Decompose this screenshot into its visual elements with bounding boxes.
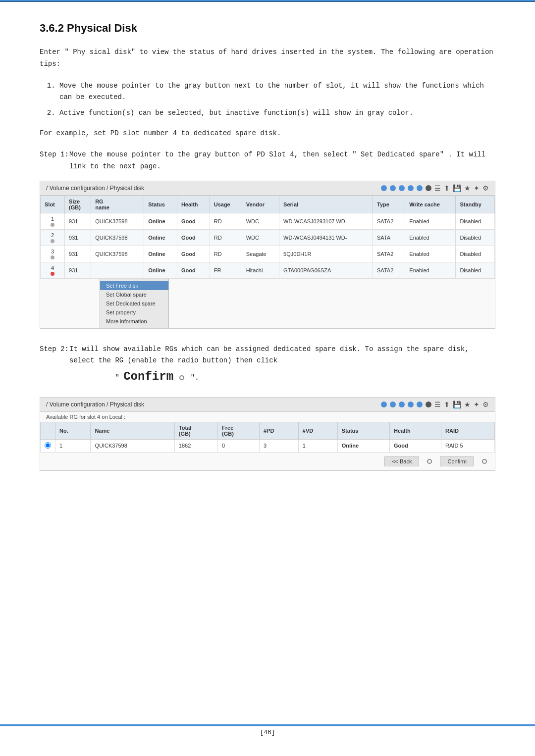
status-cell-1: Online [144, 213, 177, 229]
rg-header-row: No. Name Total(GB) Free(GB) #PD #VD Stat… [41, 422, 495, 439]
rg-icon-1 [381, 402, 387, 407]
rg-star-icon[interactable]: ★ [464, 401, 471, 408]
disk-row-3: 3 931 QUICK37598 Online Good RD Seagate … [41, 246, 495, 262]
write-cache-cell-1: Enabled [405, 213, 456, 229]
buttons-row: << Back Confirm [40, 453, 495, 470]
step1-label: Step 1: [40, 149, 69, 173]
tip-1: Move the mouse pointer to the gray butto… [59, 80, 495, 104]
rg-upload-icon[interactable]: ⬆ [444, 401, 450, 408]
type-cell-3: SATA2 [373, 246, 405, 262]
rg-panel: / Volume configuration / Physical disk ☰… [40, 397, 495, 471]
rg-close-icon[interactable]: ⚙ [482, 401, 489, 408]
type-cell-4: SATA2 [373, 262, 405, 278]
rg-status-cell-1: Online [337, 439, 389, 452]
col-slot: Slot [41, 196, 65, 213]
content-area: 3.6.2 Physical Disk Enter " Phy sical di… [0, 2, 535, 510]
vendor-cell-3: Seagate [242, 246, 279, 262]
step2-label: Step 2: [40, 344, 69, 387]
intro-text: Enter " Phy sical disk" to view the stat… [40, 47, 495, 70]
step1: Step 1: Move the mouse pointer to the gr… [40, 149, 495, 173]
slot-cell-3: 3 [41, 246, 65, 262]
rg-radio-1[interactable] [45, 442, 51, 449]
col-usage: Usage [210, 196, 242, 213]
status-cell-4: Online [144, 262, 177, 278]
save-icon[interactable]: 💾 [453, 184, 461, 192]
rg-settings-icon[interactable]: ✦ [474, 401, 480, 408]
context-menu[interactable]: Set Free disk Set Global spare Set Dedic… [100, 279, 169, 328]
rg-no-cell-1: 1 [55, 439, 91, 452]
menu-icon[interactable]: ☰ [434, 184, 441, 192]
serial-cell-4: GTA000PAG06SZA [279, 262, 373, 278]
rg-panel-icons: ☰ ⬆ 💾 ★ ✦ ⚙ [381, 401, 489, 408]
serial-cell-3: 5QJ0DH1R [279, 246, 373, 262]
col-status: Status [144, 196, 177, 213]
rg-cell-4 [91, 262, 144, 278]
rg-cell-3: QUICK37598 [91, 246, 144, 262]
rg-icon-6 [426, 402, 431, 407]
panel1-title: / Volume configuration / Physical disk [46, 185, 144, 192]
rg-col-no: No. [55, 422, 91, 439]
rg-raid-cell-1: RAID 5 [441, 439, 495, 452]
standby-cell-2: Disabled [456, 229, 495, 246]
rg-total-cell-1: 1862 [174, 439, 217, 452]
step2-text1: It will show available RGs which can be … [69, 345, 469, 365]
icon-circle-6 [426, 185, 431, 191]
upload-icon[interactable]: ⬆ [444, 184, 450, 192]
vendor-cell-1: WDC [242, 213, 279, 229]
menu-item-set-global[interactable]: Set Global spare [100, 290, 168, 299]
col-standby: Standby [456, 196, 495, 213]
usage-cell-2: RD [210, 229, 242, 246]
settings-icon[interactable]: ✦ [474, 184, 480, 192]
radio-back[interactable] [427, 459, 432, 464]
rg-col-health: Health [390, 422, 441, 439]
icon-circle-4 [408, 185, 414, 191]
confirm-button[interactable]: Confirm [440, 456, 474, 466]
usage-cell-4: FR [210, 262, 242, 278]
menu-item-set-free[interactable]: Set Free disk [100, 281, 168, 290]
step2: Step 2: It will show available RGs which… [40, 344, 495, 387]
size-cell-3: 931 [65, 246, 91, 262]
tips-list: Move the mouse pointer to the gray butto… [59, 80, 495, 119]
size-cell-2: 931 [65, 229, 91, 246]
disk-table-body: 1 931 QUICK37598 Online Good RD WDC WD-W… [41, 213, 495, 278]
type-cell-1: SATA2 [373, 213, 405, 229]
rg-icon-4 [408, 402, 414, 407]
rg-col-name: Name [91, 422, 174, 439]
page-container: 3.6.2 Physical Disk Enter " Phy sical di… [0, 0, 535, 756]
serial-cell-1: WD-WCASJ0293107 WD- [279, 213, 373, 229]
health-cell-2: Good [177, 229, 210, 246]
back-button[interactable]: << Back [384, 456, 419, 466]
star-icon[interactable]: ★ [464, 184, 471, 192]
physical-disk-panel-1: / Volume configuration / Physical disk ☰… [40, 181, 495, 329]
context-menu-spacer [40, 279, 100, 328]
col-vendor: Vendor [242, 196, 279, 213]
icon-circle-2 [390, 185, 396, 191]
vendor-cell-2: WDC [242, 229, 279, 246]
col-type: Type [373, 196, 405, 213]
disk-table-header-row: Slot Size(GB) RGname Status Health Usage… [41, 196, 495, 213]
disk-row-2: 2 931 QUICK37598 Online Good RD WDC WD-W… [41, 229, 495, 246]
rg-menu-icon[interactable]: ☰ [434, 401, 441, 408]
write-cache-cell-4: Enabled [405, 262, 456, 278]
menu-item-set-dedicated[interactable]: Set Dedicated spare [100, 299, 168, 308]
step1-content: Move the mouse pointer to the gray butto… [69, 149, 495, 173]
rg-radio-cell-1[interactable] [41, 439, 55, 452]
close-icon[interactable]: ⚙ [482, 184, 489, 192]
rg-vd-cell-1: 1 [298, 439, 337, 452]
rg-free-cell-1: 0 [218, 439, 260, 452]
status-cell-2: Online [144, 229, 177, 246]
radio-confirm-btn[interactable] [482, 459, 487, 464]
rg-cell-2: QUICK37598 [91, 229, 144, 246]
rg-save-icon[interactable]: 💾 [453, 401, 461, 408]
rg-col-vd: #VD [298, 422, 337, 439]
rg-icon-5 [417, 402, 423, 407]
menu-item-set-property[interactable]: Set property [100, 308, 168, 317]
menu-item-more-info[interactable]: More information [100, 317, 168, 326]
icon-circle-5 [417, 185, 423, 191]
col-health: Health [177, 196, 210, 213]
panel1-header: / Volume configuration / Physical disk ☰… [40, 181, 495, 196]
rg-panel-title: / Volume configuration / Physical disk [46, 401, 144, 408]
rg-icon-2 [390, 402, 396, 407]
type-cell-2: SATA [373, 229, 405, 246]
health-cell-3: Good [177, 246, 210, 262]
